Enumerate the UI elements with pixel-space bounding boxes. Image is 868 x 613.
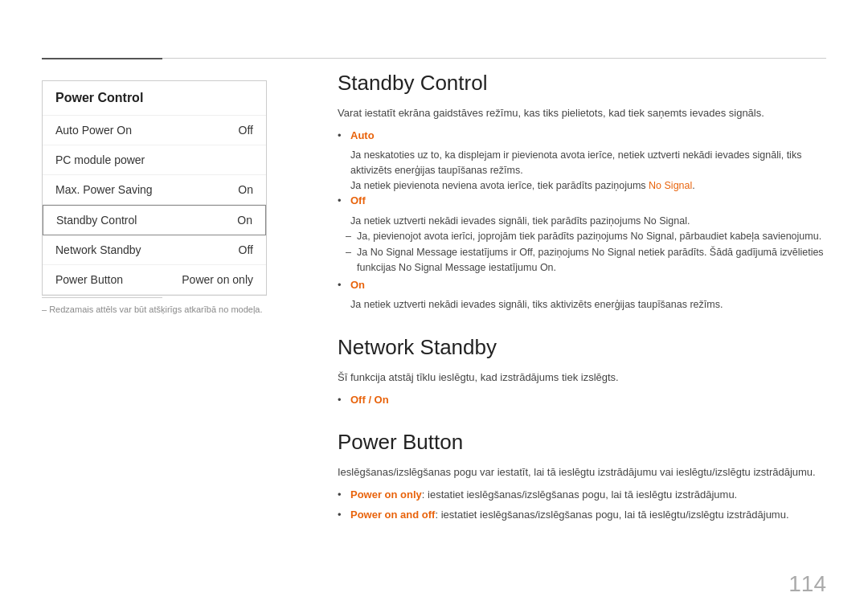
sidebar-item-1[interactable]: PC module power [43, 145, 266, 175]
bullet-item-power-button-1: Power on and off: iestatiet ieslēgšanas/… [338, 507, 826, 523]
sidebar-title: Power Control [43, 81, 266, 116]
sidebar-item-4[interactable]: Network StandbyOff [43, 235, 266, 265]
bullet-item-standby-control-1: Off [338, 193, 826, 209]
top-accent-line [42, 58, 162, 59]
bullet-label: Power on and off [350, 509, 435, 521]
sidebar-item-label-3: Standby Control [56, 214, 137, 227]
sub-text-0: Ja neskatoties uz to, ka displejam ir pi… [338, 148, 826, 178]
bullet-label: Off / On [350, 394, 389, 406]
section-desc-power-button: Ieslēgšanas/izslēgšanas pogu var iestatī… [338, 464, 826, 480]
bullet-item-power-button-0: Power on only: iestatiet ieslēgšanas/izs… [338, 487, 826, 503]
sidebar-item-label-4: Network Standby [55, 243, 141, 256]
sidebar-item-value-0: Off [239, 124, 253, 137]
page-number: 114 [788, 571, 826, 597]
bullet-item-standby-control-2: On [338, 277, 826, 293]
section-heading-standby-control: Standby Control [338, 71, 826, 96]
bullet-label: On [350, 279, 365, 291]
sidebar-item-label-5: Power Button [55, 273, 123, 286]
sidebar-item-0[interactable]: Auto Power OnOff [43, 116, 266, 145]
section-heading-network-standby: Network Standby [338, 335, 826, 360]
dash-item-1-0: Ja, pievienojot avota ierīci, joprojām t… [338, 229, 826, 244]
sidebar-item-2[interactable]: Max. Power SavingOn [43, 175, 266, 205]
sidebar-item-5[interactable]: Power ButtonPower on only [43, 265, 266, 295]
sidebar-item-value-3: On [237, 214, 252, 227]
sub-text-2: Ja netiek uztverti nekādi ievades signāl… [338, 297, 826, 313]
section-heading-power-button: Power Button [338, 430, 826, 455]
sidebar-item-label-0: Auto Power On [55, 124, 132, 137]
section-standby-control: Standby ControlVarat iestatīt ekrāna gai… [338, 71, 826, 313]
sidebar-item-label-1: PC module power [55, 153, 145, 166]
note-text: – Redzamais attēls var būt atšķirīgs atk… [42, 304, 267, 314]
sub-text2-0: Ja netiek pievienota neviena avota ierīc… [338, 178, 826, 194]
bullet-item-network-standby-0: Off / On [338, 392, 826, 408]
bullet-list-power-button: Power on only: iestatiet ieslēgšanas/izs… [338, 487, 826, 523]
main-content: Standby ControlVarat iestatīt ekrāna gai… [338, 71, 826, 581]
bullet-label: Off [350, 194, 366, 206]
highlight-no-signal: No Signal [649, 180, 692, 191]
bullet-item-standby-control-0: Auto [338, 128, 826, 144]
bullet-list-standby-control: AutoJa neskatoties uz to, ka displejam i… [338, 128, 826, 313]
sidebar-item-label-2: Max. Power Saving [55, 183, 153, 196]
sidebar-item-value-5: Power on only [182, 273, 253, 286]
bullet-list-network-standby: Off / On [338, 392, 826, 408]
section-desc-network-standby: Šī funkcija atstāj tīklu ieslēgtu, kad i… [338, 370, 826, 386]
sub-text-1: Ja netiek uztverti nekādi ievades signāl… [338, 214, 826, 229]
note-line [42, 297, 162, 298]
sidebar-item-3[interactable]: Standby ControlOn [43, 205, 266, 235]
section-network-standby: Network StandbyŠī funkcija atstāj tīklu … [338, 335, 826, 407]
sidebar-item-value-4: Off [239, 243, 253, 256]
bullet-label: Auto [350, 129, 375, 141]
section-desc-standby-control: Varat iestatīt ekrāna gaidstāves režīmu,… [338, 105, 826, 121]
sidebar-panel: Power Control Auto Power OnOffPC module … [42, 80, 267, 296]
sidebar-item-value-2: On [238, 183, 253, 196]
sidebar-note: – Redzamais attēls var būt atšķirīgs atk… [42, 297, 267, 314]
bullet-label: Power on only [350, 488, 422, 501]
dash-item-1-1: Ja No Signal Message iestatījums ir Off,… [338, 245, 826, 276]
section-power-button: Power ButtonIeslēgšanas/izslēgšanas pogu… [338, 430, 826, 523]
